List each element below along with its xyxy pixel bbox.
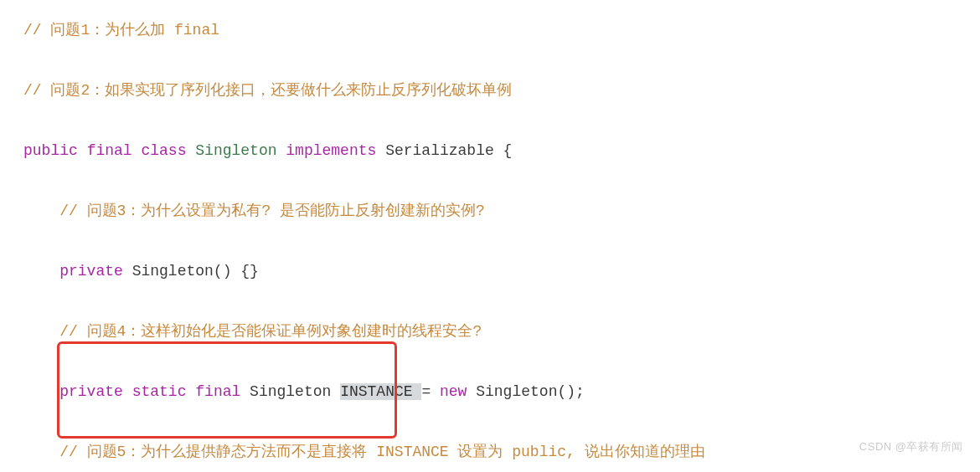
comment-line: // 问题1：为什么加 final — [23, 22, 219, 38]
highlighted-instance: INSTANCE — [340, 383, 421, 400]
constructor-sig: Singleton() {} — [132, 263, 259, 280]
keyword-implements: implements — [286, 142, 376, 159]
type-serializable: Serializable — [385, 142, 494, 159]
keyword-private: private — [59, 383, 123, 400]
keyword-public: public — [23, 142, 78, 159]
type-singleton: Singleton — [250, 383, 331, 400]
code-block: // 问题1：为什么加 final // 问题2：如果实现了序列化接口，还要做什… — [23, 15, 957, 472]
keyword-class: class — [141, 142, 186, 159]
keyword-static: static — [132, 383, 187, 400]
comment-line: // 问题2：如果实现了序列化接口，还要做什么来防止反序列化破坏单例 — [23, 82, 512, 99]
keyword-new: new — [440, 383, 467, 400]
keyword-private: private — [59, 263, 123, 280]
comment-line: // 问题3：为什么设置为私有? 是否能防止反射创建新的实例? — [59, 203, 485, 219]
new-expression: Singleton(); — [476, 383, 585, 400]
equals-sign: = — [421, 383, 431, 400]
keyword-final: final — [87, 142, 132, 159]
keyword-final: final — [195, 383, 240, 400]
watermark-text: CSDN @卒获有所闻 — [859, 432, 963, 462]
comment-line: // 问题4：这样初始化是否能保证单例对象创建时的线程安全? — [59, 323, 482, 340]
brace-open: { — [503, 142, 513, 159]
type-singleton: Singleton — [195, 142, 276, 159]
comment-line: // 问题5：为什么提供静态方法而不是直接将 INSTANCE 设置为 publ… — [59, 444, 704, 460]
